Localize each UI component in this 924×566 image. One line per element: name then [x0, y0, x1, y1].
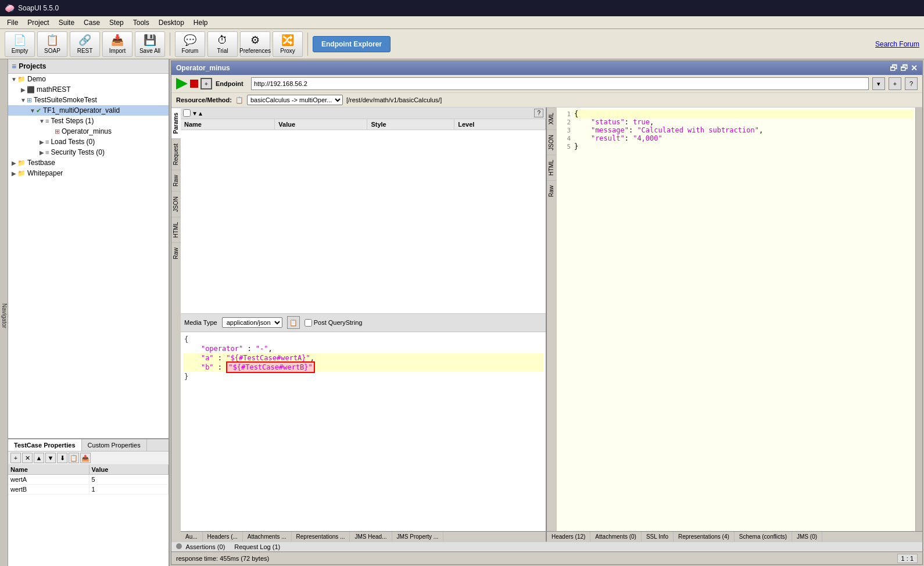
resp-tab-attachments[interactable]: Attachments (0)	[590, 532, 642, 542]
expand-tf1[interactable]: ▼	[29, 108, 36, 114]
props-remove-btn[interactable]: ✕	[22, 453, 33, 463]
tree-item-whitepaper[interactable]: ▶ 📁 Whitepaper	[8, 168, 169, 178]
expand-mathrest[interactable]: ▶	[20, 87, 27, 93]
btn-save-all[interactable]: 💾 Save All	[135, 31, 165, 57]
btn-rest[interactable]: 🔗 REST	[70, 31, 100, 57]
side-tab-json-req[interactable]: JSON	[171, 191, 181, 217]
stop-button[interactable]	[190, 80, 198, 88]
response-scrollbar[interactable]	[915, 108, 922, 531]
tree-item-demo[interactable]: ▼ 📁 Demo	[8, 74, 169, 84]
props-down-btn[interactable]: ▼	[45, 453, 56, 463]
resp-tab-representations[interactable]: Representations (4)	[674, 532, 735, 542]
tree-item-testbase[interactable]: ▶ 📁 Testbase	[8, 157, 169, 168]
resp-tab-jms[interactable]: JMS (0)	[792, 532, 822, 542]
params-help-btn[interactable]: ?	[534, 109, 543, 117]
tab-testcase-properties[interactable]: TestCase Properties	[8, 439, 82, 451]
maximize-btn[interactable]: 🗗	[900, 63, 908, 73]
close-btn[interactable]: ✕	[911, 63, 918, 73]
params-dropdown-btn[interactable]: ▾	[193, 109, 196, 117]
menu-project[interactable]: Project	[23, 17, 53, 28]
side-tab-params[interactable]: Params	[171, 108, 181, 138]
endpoint-help-btn[interactable]: ?	[905, 77, 918, 90]
post-querystring-checkbox[interactable]	[305, 319, 312, 327]
props-export-btn[interactable]: 📤	[80, 453, 91, 463]
side-tab-raw-req[interactable]: Raw	[171, 170, 181, 191]
search-forum-link[interactable]: Search Forum	[875, 40, 919, 48]
request-body[interactable]: { "operator" : "-", "a" : "${#TestCase#w…	[181, 332, 546, 531]
tree-item-operator-minus[interactable]: ⊞ Operator_minus	[8, 126, 169, 137]
side-tab-html-req[interactable]: HTML	[171, 217, 181, 242]
resp-tab-ssl-info[interactable]: SSL Info	[642, 532, 674, 542]
method-select[interactable]: basicCalculus -> multiOper...	[247, 95, 343, 105]
btn-proxy[interactable]: 🔀 Proxy	[273, 31, 303, 57]
menu-desktop[interactable]: Desktop	[154, 17, 189, 28]
endpoint-add-btn[interactable]: +	[889, 77, 901, 90]
tree-item-teststeps[interactable]: ▼ ≡ Test Steps (1)	[8, 116, 169, 126]
tab-custom-properties[interactable]: Custom Properties	[82, 439, 147, 451]
expand-whitepaper[interactable]: ▶	[10, 170, 17, 177]
tree-item-mathrest[interactable]: ▶ ⬛ mathREST	[8, 84, 169, 95]
expand-teststeps[interactable]: ▼	[38, 118, 45, 124]
operator-panel: Operator_minus 🗗 🗗 ✕ + Endpoint	[171, 60, 923, 565]
resp-tab-schema[interactable]: Schema (conflicts)	[735, 532, 792, 542]
btn-import-label: Import	[109, 48, 126, 54]
side-tab-raw2-req[interactable]: Raw	[171, 242, 181, 264]
resp-tab-headers[interactable]: Headers (12)	[547, 532, 590, 542]
endpoint-explorer-button[interactable]: Endpoint Explorer	[313, 36, 391, 52]
menu-suite[interactable]: Suite	[54, 17, 79, 28]
btn-trial[interactable]: ⏱ Trial	[207, 31, 238, 57]
params-up-btn[interactable]: ▴	[199, 109, 202, 117]
props-row-werta[interactable]: wertA 5	[8, 475, 169, 485]
tree-item-loadtests[interactable]: ▶ ≡ Load Tests (0)	[8, 137, 169, 147]
navigator-tab[interactable]: Navigator	[0, 59, 8, 566]
menu-help[interactable]: Help	[189, 17, 213, 28]
media-type-icon-btn[interactable]: 📋	[287, 316, 300, 329]
req-tab-jms-head[interactable]: JMS Head...	[350, 532, 392, 542]
props-add-btn[interactable]: +	[10, 453, 21, 463]
line-num-3: 3	[559, 127, 571, 134]
tree-item-testsuite[interactable]: ▼ ⊞ TestSuiteSmokeTest	[8, 95, 169, 105]
params-checkbox[interactable]	[183, 109, 191, 117]
btn-preferences[interactable]: ⚙ Preferences	[240, 31, 270, 57]
menu-case[interactable]: Case	[79, 17, 105, 28]
side-tab-xml-resp[interactable]: XML	[547, 108, 556, 130]
menu-step[interactable]: Step	[105, 17, 128, 28]
media-type-select[interactable]: application/json	[222, 317, 282, 328]
btn-soap[interactable]: 📋 SOAP	[37, 31, 67, 57]
tree-label-testbase: Testbase	[27, 159, 55, 167]
req-tab-jms-property[interactable]: JMS Property ...	[392, 532, 444, 542]
props-cell-wertb-value[interactable]: 1	[89, 485, 168, 495]
btn-import[interactable]: 📥 Import	[102, 31, 132, 57]
req-tab-headers[interactable]: Headers (...	[203, 532, 243, 542]
req-tab-representations[interactable]: Representations ...	[292, 532, 350, 542]
props-row-wertb[interactable]: wertB 1	[8, 485, 169, 495]
btn-forum[interactable]: 💬 Forum	[175, 31, 205, 57]
expand-testsuite[interactable]: ▼	[20, 97, 27, 103]
req-tab-au[interactable]: Au...	[181, 532, 203, 542]
tree-item-tf1[interactable]: ▼ ✔ TF1_multiOperator_valid	[8, 105, 169, 116]
props-sort-btn[interactable]: ⬇	[57, 453, 67, 463]
side-tab-request[interactable]: Request	[171, 138, 181, 170]
endpoint-input[interactable]	[251, 77, 869, 90]
request-log-label[interactable]: Request Log (1)	[234, 543, 280, 550]
menu-tools[interactable]: Tools	[128, 17, 154, 28]
btn-empty[interactable]: 📄 Empty	[5, 31, 35, 57]
tree-item-securitytests[interactable]: ▶ ≡ Security Tests (0)	[8, 147, 169, 157]
props-cell-werta-value[interactable]: 5	[89, 475, 168, 485]
props-up-btn[interactable]: ▲	[34, 453, 44, 463]
side-tab-json-resp[interactable]: JSON	[547, 130, 556, 155]
expand-securitytests[interactable]: ▶	[38, 149, 45, 156]
step-button[interactable]: +	[200, 78, 212, 89]
expand-demo[interactable]: ▼	[10, 76, 17, 83]
side-tab-html-resp[interactable]: HTML	[547, 155, 556, 180]
expand-testbase[interactable]: ▶	[10, 160, 17, 166]
props-copy-btn[interactable]: 📋	[69, 453, 79, 463]
req-tab-attachments[interactable]: Attachments ...	[243, 532, 292, 542]
play-button[interactable]	[176, 78, 188, 89]
side-tab-raw-resp[interactable]: Raw	[547, 180, 556, 202]
resp-line-3: 3 "message": "Calculated with subtractio…	[559, 126, 913, 134]
minimize-btn[interactable]: 🗗	[890, 63, 898, 73]
endpoint-dropdown-btn[interactable]: ▾	[872, 77, 885, 90]
expand-loadtests[interactable]: ▶	[38, 139, 45, 145]
menu-file[interactable]: File	[2, 17, 23, 28]
